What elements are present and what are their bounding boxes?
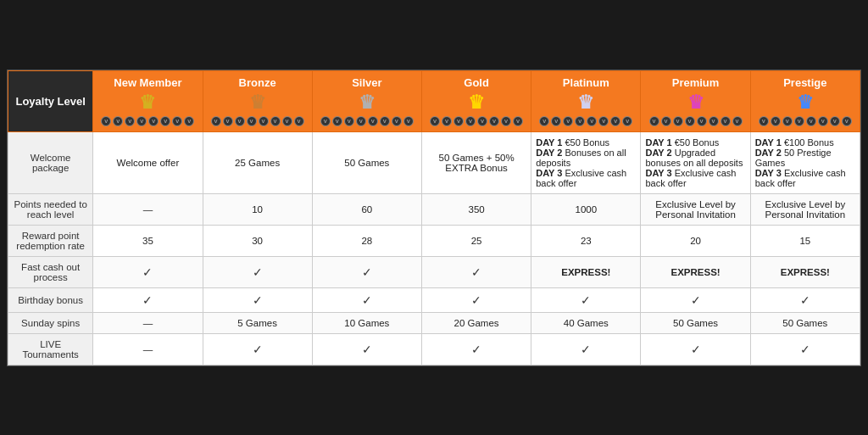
go-reward-text: 25 bbox=[471, 236, 482, 246]
cell-ps-points: Exclusive Level by Personal Invitation bbox=[750, 193, 860, 225]
sunday-spins-label: Sunday spins bbox=[21, 318, 80, 328]
coin bbox=[430, 116, 440, 126]
cell-pr-spins: 50 Games bbox=[641, 312, 750, 333]
cell-go-cash: ✓ bbox=[421, 256, 531, 287]
br-spins-text: 5 Games bbox=[237, 318, 277, 328]
cell-sl-bday: ✓ bbox=[312, 287, 421, 312]
platinum-coins bbox=[539, 116, 632, 126]
br-points-text: 10 bbox=[252, 204, 263, 215]
cell-nm-cash: ✓ bbox=[93, 256, 203, 287]
cell-go-welcome: 50 Games + 50% EXTRA Bonus bbox=[421, 131, 531, 193]
coin bbox=[806, 116, 816, 126]
coin bbox=[294, 116, 304, 126]
cell-sl-live: ✓ bbox=[312, 333, 421, 365]
pr-reward-text: 20 bbox=[690, 236, 701, 246]
coin bbox=[148, 116, 159, 126]
cell-pr-points: Exclusive Level by Personal Invitation bbox=[641, 193, 750, 225]
pr-points-text: Exclusive Level by Personal Invitation bbox=[655, 199, 736, 220]
coin bbox=[587, 116, 597, 126]
cell-sl-cash: ✓ bbox=[312, 256, 421, 287]
coin bbox=[332, 116, 342, 126]
cell-nm-bday: ✓ bbox=[93, 287, 203, 312]
coin bbox=[759, 116, 769, 126]
nm-points-text: — bbox=[143, 204, 153, 215]
prestige-crown: ♛ bbox=[797, 92, 814, 114]
br-welcome-text: 25 Games bbox=[235, 158, 280, 168]
sl-cash-text: ✓ bbox=[362, 265, 372, 279]
cell-pl-live: ✓ bbox=[531, 333, 641, 365]
coin bbox=[685, 116, 695, 126]
row-points-needed: Points needed to reach level — 10 60 350… bbox=[8, 193, 860, 225]
cell-go-bday: ✓ bbox=[421, 287, 531, 312]
bronze-coins bbox=[211, 116, 304, 126]
row-live-tournaments: LIVE Tournaments — ✓ ✓ ✓ ✓ ✓ ✓ bbox=[8, 333, 860, 365]
br-reward-text: 30 bbox=[252, 236, 263, 246]
cell-ps-spins: 50 Games bbox=[750, 312, 860, 333]
cell-pl-cash: EXPRESS! bbox=[531, 256, 641, 287]
coin bbox=[771, 116, 781, 126]
sl-points-text: 60 bbox=[361, 204, 372, 215]
premium-label: Premium bbox=[672, 76, 720, 89]
premium-crown: ♛ bbox=[687, 92, 704, 114]
ps-reward-text: 15 bbox=[799, 236, 810, 246]
ps-bday-text: ✓ bbox=[800, 293, 810, 307]
coin bbox=[259, 116, 269, 126]
new-member-coins bbox=[101, 116, 194, 126]
silver-coins bbox=[320, 116, 414, 126]
sl-welcome-text: 50 Games bbox=[344, 158, 389, 168]
coin bbox=[709, 116, 719, 126]
coin bbox=[622, 116, 632, 126]
gold-coins bbox=[430, 116, 523, 126]
nm-spins-text: — bbox=[143, 318, 153, 328]
cell-ps-bday: ✓ bbox=[750, 287, 860, 312]
coin bbox=[465, 116, 476, 126]
cell-sl-welcome: 50 Games bbox=[312, 131, 421, 193]
header-platinum: Platinum ♛ bbox=[531, 70, 641, 131]
cell-go-live: ✓ bbox=[421, 333, 531, 365]
silver-crown: ♛ bbox=[359, 92, 376, 114]
coin bbox=[649, 116, 659, 126]
coin bbox=[344, 116, 354, 126]
coin bbox=[673, 116, 683, 126]
go-live-text: ✓ bbox=[471, 343, 481, 356]
cell-ps-reward: 15 bbox=[750, 225, 860, 256]
cell-pr-reward: 20 bbox=[641, 225, 750, 256]
coin bbox=[697, 116, 707, 126]
cell-pr-cash: EXPRESS! bbox=[641, 256, 750, 287]
coin bbox=[477, 116, 487, 126]
silver-label: Silver bbox=[352, 76, 381, 89]
pl-live-text: ✓ bbox=[581, 343, 591, 356]
coin bbox=[211, 116, 221, 126]
header-silver: Silver ♛ bbox=[312, 70, 421, 131]
pl-bday-text: ✓ bbox=[581, 293, 591, 307]
nm-reward-text: 35 bbox=[142, 236, 153, 246]
cell-sl-points: 60 bbox=[312, 193, 421, 225]
coin bbox=[320, 116, 331, 126]
cell-ps-live: ✓ bbox=[750, 333, 860, 365]
coin bbox=[563, 116, 573, 126]
pr-welcome-text: DAY 1 €50 BonusDAY 2 Upgraded bonuses on… bbox=[645, 137, 743, 188]
coin bbox=[172, 116, 182, 126]
coin bbox=[235, 116, 245, 126]
coin bbox=[125, 116, 135, 126]
coin bbox=[184, 116, 194, 126]
coin bbox=[721, 116, 731, 126]
pl-reward-text: 23 bbox=[581, 236, 592, 246]
cell-br-welcome: 25 Games bbox=[203, 131, 312, 193]
sl-live-text: ✓ bbox=[362, 343, 372, 356]
birthday-bonus-label: Birthday bonus bbox=[18, 295, 83, 305]
cell-go-reward: 25 bbox=[421, 225, 531, 256]
row-birthday-bonus: Birthday bonus ✓ ✓ ✓ ✓ ✓ ✓ ✓ bbox=[8, 287, 860, 312]
platinum-crown: ♛ bbox=[577, 92, 594, 114]
header-prestige: Prestige ♛ bbox=[750, 70, 860, 131]
cell-pl-welcome: DAY 1 €50 BonusDAY 2 Bonuses on all depo… bbox=[531, 131, 641, 193]
prestige-label: Prestige bbox=[783, 76, 826, 89]
nm-welcome-text: Welcome offer bbox=[117, 158, 180, 168]
coin bbox=[270, 116, 281, 126]
label-welcome-package: Welcome package bbox=[8, 131, 93, 193]
header-bronze: Bronze ♛ bbox=[203, 70, 312, 131]
header-row: Loyalty Level New Member ♛ bbox=[8, 70, 860, 131]
new-member-label: New Member bbox=[114, 76, 181, 89]
coin bbox=[661, 116, 671, 126]
ps-points-text: Exclusive Level by Personal Invitation bbox=[765, 199, 846, 220]
